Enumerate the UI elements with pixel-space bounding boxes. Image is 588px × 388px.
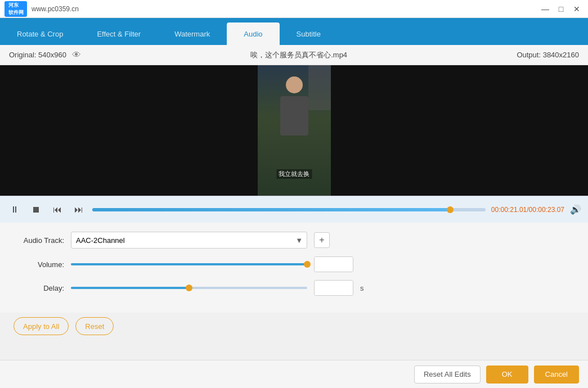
add-audio-track-button[interactable]: + bbox=[314, 232, 330, 248]
prev-frame-button[interactable]: ⏮ bbox=[50, 202, 65, 218]
shelf-detail bbox=[308, 65, 331, 110]
video-subtitle-overlay: 我立就去换 bbox=[276, 169, 312, 179]
audio-track-select[interactable]: AAC-2Channel bbox=[71, 232, 307, 249]
tab-bar: Rotate & Crop Effect & Filter Watermark … bbox=[0, 18, 588, 45]
window-controls: — □ ✕ bbox=[538, 3, 583, 15]
delay-fill bbox=[71, 287, 189, 289]
delay-thumb[interactable] bbox=[186, 285, 192, 291]
progress-fill bbox=[92, 208, 450, 211]
apply-to-all-button[interactable]: Apply to All bbox=[14, 317, 69, 335]
volume-spinbox: 100% ▲ ▼ bbox=[314, 256, 353, 272]
app-logo: 河东软件网 bbox=[5, 1, 27, 17]
output-size-label: Output: 3840x2160 bbox=[517, 51, 579, 59]
time-display: 00:00:21.01/00:00:23.07 bbox=[491, 206, 564, 214]
video-person-head bbox=[286, 76, 303, 93]
volume-thumb[interactable] bbox=[304, 261, 311, 268]
audio-track-select-wrapper: AAC-2Channel ▼ bbox=[71, 232, 307, 249]
delay-unit-label: s bbox=[360, 284, 364, 292]
controls-bar: ⏸ ⏹ ⏮ ⏭ 00:00:21.01/00:00:23.07 🔊 bbox=[0, 196, 588, 223]
volume-fill bbox=[71, 263, 307, 265]
reset-all-edits-button[interactable]: Reset All Edits bbox=[414, 366, 481, 384]
info-bar: Original: 540x960 👁 唉，这个服务员真不省心.mp4 Outp… bbox=[0, 45, 588, 65]
tab-effect[interactable]: Effect & Filter bbox=[80, 22, 158, 45]
reset-button[interactable]: Reset bbox=[75, 317, 114, 335]
delay-slider[interactable] bbox=[71, 287, 307, 289]
delay-input[interactable]: 0.0 bbox=[315, 281, 353, 295]
volume-icon[interactable]: 🔊 bbox=[570, 204, 581, 215]
action-row: Apply to All Reset bbox=[0, 313, 588, 340]
cancel-button[interactable]: Cancel bbox=[534, 366, 579, 384]
delay-label: Delay: bbox=[14, 284, 64, 292]
volume-row: Volume: 100% ▲ ▼ bbox=[14, 256, 574, 272]
info-bar-left: Original: 540x960 👁 bbox=[9, 50, 81, 60]
filename-label: 唉，这个服务员真不省心.mp4 bbox=[250, 50, 347, 60]
site-label: www.pc0359.cn bbox=[32, 5, 79, 13]
audio-track-row: Audio Track: AAC-2Channel ▼ + bbox=[14, 232, 574, 249]
current-time: 00:00:21.01 bbox=[491, 206, 527, 214]
minimize-button[interactable]: — bbox=[538, 3, 552, 15]
video-person-body bbox=[280, 96, 308, 136]
video-preview: 我立就去换 bbox=[258, 65, 331, 196]
play-pause-button[interactable]: ⏸ bbox=[7, 202, 23, 218]
video-area: 我立就去换 bbox=[0, 65, 588, 196]
total-time: 00:00:23.07 bbox=[529, 206, 564, 214]
volume-label: Volume: bbox=[14, 260, 64, 269]
stop-button[interactable]: ⏹ bbox=[28, 202, 44, 218]
volume-input[interactable]: 100% bbox=[315, 257, 353, 272]
progress-thumb[interactable] bbox=[447, 206, 454, 213]
tab-watermark[interactable]: Watermark bbox=[158, 22, 227, 45]
tab-rotate[interactable]: Rotate & Crop bbox=[0, 22, 80, 45]
bottom-bar: Reset All Edits OK Cancel bbox=[0, 360, 588, 388]
eye-icon[interactable]: 👁 bbox=[72, 50, 81, 60]
next-frame-button[interactable]: ⏭ bbox=[71, 202, 87, 218]
maximize-button[interactable]: □ bbox=[554, 3, 568, 15]
volume-slider[interactable] bbox=[71, 263, 307, 265]
title-bar: 河东软件网 www.pc0359.cn — □ ✕ bbox=[0, 0, 588, 18]
title-bar-left: 河东软件网 www.pc0359.cn bbox=[5, 1, 79, 17]
tab-audio[interactable]: Audio bbox=[227, 22, 279, 45]
audio-track-label: Audio Track: bbox=[14, 236, 64, 245]
close-button[interactable]: ✕ bbox=[570, 3, 583, 15]
ok-button[interactable]: OK bbox=[486, 366, 528, 384]
tab-subtitle[interactable]: Subtitle bbox=[280, 22, 338, 45]
progress-bar[interactable] bbox=[92, 208, 486, 211]
original-size-label: Original: 540x960 bbox=[9, 51, 66, 59]
settings-area: Audio Track: AAC-2Channel ▼ + Volume: 10… bbox=[0, 223, 588, 313]
delay-spinbox: 0.0 ▲ ▼ bbox=[314, 280, 353, 296]
delay-row: Delay: 0.0 ▲ ▼ s bbox=[14, 280, 574, 296]
